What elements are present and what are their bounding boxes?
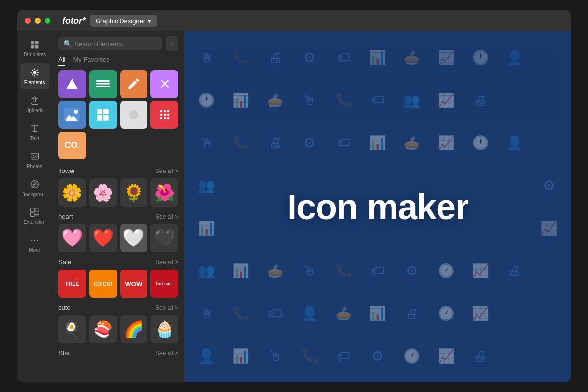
sidebar-item-more[interactable]: More <box>20 231 49 257</box>
cat-tile-landscape[interactable] <box>58 101 86 129</box>
elements-label: Elements <box>24 80 45 85</box>
cute-item-2[interactable]: 🍣 <box>89 315 117 343</box>
bg-icon-mouse-6: 🖱 <box>292 249 326 292</box>
svg-rect-24 <box>103 109 109 114</box>
bg-icon-trend-5: 📈 <box>532 207 566 249</box>
bg-icon-printer-1: 🖨 <box>258 36 293 79</box>
cat-tile-pattern[interactable] <box>89 101 117 129</box>
sale-items: FREE GO!GO! WOW hot sale <box>58 270 178 298</box>
bg-icon-phone-6: 📞 <box>326 249 361 292</box>
svg-point-35 <box>163 117 166 120</box>
bg-icon-chart-7: 📊 <box>361 292 395 335</box>
see-all-heart[interactable]: See all > <box>155 213 178 220</box>
bg-icon-tag-2: 🏷 <box>361 79 395 122</box>
section-header-flower: flower See all > <box>58 167 178 174</box>
cat-tile-brush[interactable] <box>120 70 148 98</box>
svg-rect-2 <box>31 45 34 49</box>
svg-rect-25 <box>97 115 102 121</box>
sidebar-item-extension[interactable]: Extension <box>20 203 49 229</box>
tab-my-favorites[interactable]: My Favorites <box>73 56 109 66</box>
cute-item-3[interactable]: 🌈 <box>120 315 148 343</box>
bg-icon-empty-1 <box>532 36 566 79</box>
bg-icon-chart-6: 📊 <box>224 249 258 292</box>
sidebar-item-photos[interactable]: Photos <box>20 147 49 173</box>
section-header-heart: heart See all > <box>58 213 178 220</box>
search-wrapper: 🔍 <box>58 37 162 50</box>
cat-tile-circle[interactable] <box>120 101 148 129</box>
heart-item-1[interactable]: 🩷 <box>58 224 86 252</box>
see-all-star[interactable]: See all > <box>155 350 178 357</box>
bg-icon-mouse-3: 🖱 <box>190 122 224 164</box>
bg-icon-pie-6: 🥧 <box>258 249 293 292</box>
bg-icon-users-6: 👥 <box>190 249 224 292</box>
sidebar-item-text[interactable]: Text <box>20 119 49 145</box>
bg-icon-user-7: 👤 <box>292 292 326 335</box>
tabs-row: All My Favorites <box>52 56 184 70</box>
bg-icon-tag-3: 🏷 <box>326 122 361 164</box>
traffic-light-yellow[interactable] <box>35 18 41 24</box>
templates-icon <box>29 39 40 50</box>
flower-item-3[interactable]: 🌻 <box>120 178 148 207</box>
graphic-designer-dropdown[interactable]: Graphic Designer ▾ <box>90 15 157 27</box>
flower-item-4[interactable]: 🌺 <box>150 178 178 207</box>
svg-point-31 <box>160 114 162 116</box>
section-title-flower: flower <box>58 167 75 174</box>
sale-item-gogogo[interactable]: GO!GO! <box>89 270 117 298</box>
cute-item-4[interactable]: 🧁 <box>150 315 178 343</box>
sale-item-hotsale[interactable]: hot sale <box>150 270 178 298</box>
titlebar: fotor* Graphic Designer ▾ <box>17 10 571 31</box>
bg-icon-phone-7: 📞 <box>224 292 258 335</box>
see-all-sale[interactable]: See all > <box>155 259 178 266</box>
cat-tile-dots[interactable] <box>150 101 178 129</box>
cat-tile-grid[interactable] <box>150 70 178 98</box>
sidebar-item-uploads[interactable]: Uploads <box>20 91 49 117</box>
sidebar-item-templates[interactable]: Templates <box>20 35 49 61</box>
elements-scroll[interactable]: flower See all > 🌼 🌸 🌻 🌺 heart See all >… <box>52 163 184 382</box>
photos-icon <box>29 151 40 162</box>
text-icon <box>29 123 40 134</box>
cute-item-1[interactable]: 🍳 <box>58 315 86 343</box>
cat-tile-shapes[interactable] <box>58 70 86 98</box>
bg-icon-pie-1: 🥧 <box>395 36 429 79</box>
bg-icon-trend-2: 📈 <box>429 79 464 122</box>
heart-item-2[interactable]: ❤️ <box>89 224 117 252</box>
bg-icon-clock-1: 🕐 <box>464 36 498 79</box>
traffic-light-green[interactable] <box>45 18 50 24</box>
section-header-sale: Sale See all > <box>58 258 178 266</box>
flower-item-2[interactable]: 🌸 <box>89 178 117 207</box>
bg-icon-gear-8: ⚙ <box>361 335 395 377</box>
cat-tile-co[interactable]: CO. <box>58 132 86 160</box>
svg-point-6 <box>32 155 34 157</box>
bg-icon-chart-5: 📊 <box>190 207 224 249</box>
bg-icon-tag-6: 🏷 <box>361 249 395 292</box>
svg-point-27 <box>129 110 139 120</box>
sale-item-free[interactable]: FREE <box>58 270 86 298</box>
bg-icon-printer-2: 🖨 <box>464 79 498 122</box>
sidebar-item-elements[interactable]: Elements <box>20 63 49 89</box>
section-title-sale: Sale <box>58 258 71 266</box>
bg-icon-empty-5a <box>224 207 258 249</box>
filter-button[interactable] <box>166 36 178 51</box>
co-label: CO. <box>64 140 80 150</box>
bg-icon-empty-4i <box>497 164 532 207</box>
app-brand: fotor* <box>62 16 86 26</box>
bg-icon-empty-8a <box>497 335 532 377</box>
cat-tile-lines[interactable] <box>89 70 117 98</box>
tab-all[interactable]: All <box>58 56 65 66</box>
see-all-flower[interactable]: See all > <box>155 168 178 174</box>
flower-item-1[interactable]: 🌼 <box>58 178 86 207</box>
svg-marker-17 <box>67 79 78 89</box>
svg-rect-19 <box>96 83 110 85</box>
see-all-cute[interactable]: See all > <box>155 304 178 311</box>
traffic-light-red[interactable] <box>25 18 31 24</box>
bg-icon-printer-6: 🖨 <box>497 249 532 292</box>
bg-icon-empty-6 <box>532 249 566 292</box>
uploads-icon <box>29 95 40 106</box>
heart-items: 🩷 ❤️ 🤍 🖤 <box>58 224 178 252</box>
sale-item-wow[interactable]: WOW <box>120 270 148 298</box>
bg-icon-empty-2b <box>532 79 566 122</box>
sidebar-item-background[interactable]: Backgrou... <box>20 175 49 201</box>
heart-item-4[interactable]: 🖤 <box>150 224 178 252</box>
search-input[interactable] <box>74 40 157 48</box>
heart-item-3[interactable]: 🤍 <box>120 224 148 252</box>
